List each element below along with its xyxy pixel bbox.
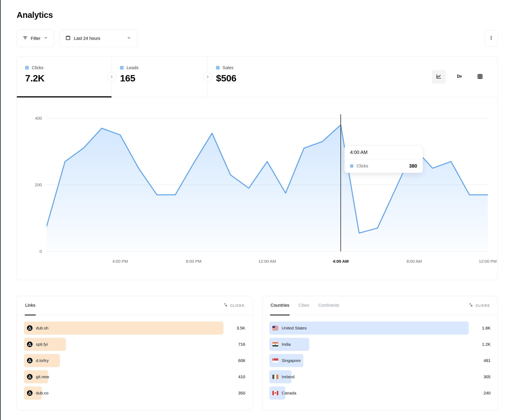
row-label: India <box>282 342 291 347</box>
chart-section: 0200400 4:00 AM Clicks 380 4:00 PM8:00 P… <box>17 97 498 280</box>
chart-tooltip: 4:00 AM Clicks 380 <box>344 145 423 173</box>
stat-value: 7.2K <box>25 73 112 84</box>
row-label: d.to/try <box>36 358 49 363</box>
links-metric-toggle[interactable]: CLICKS <box>224 303 244 308</box>
filter-icon <box>23 36 28 41</box>
row-label: Canada <box>282 391 296 395</box>
dub-logo-icon <box>27 390 32 396</box>
row-label: git.new <box>36 374 49 379</box>
filter-button-label: Filter <box>31 36 40 41</box>
countries-tab-continents[interactable]: Continents <box>318 296 340 315</box>
funnel-icon <box>456 73 462 80</box>
x-axis-tick: 12:00 AM <box>258 259 276 264</box>
row-value: 240 <box>484 391 491 395</box>
window-edge <box>0 0 1 420</box>
row-label: Singapore <box>282 358 301 363</box>
filter-button[interactable]: Filter <box>17 30 54 47</box>
row-label: dub.co <box>36 391 48 395</box>
flag-sg-icon <box>272 358 278 363</box>
country-row-ireland[interactable]: Ireland305 <box>269 370 491 383</box>
countries-panel-tabs: CountriesCitiesContinents <box>270 296 340 315</box>
stat-label: Sales <box>223 65 233 70</box>
dub-logo-icon <box>27 325 32 331</box>
row-label: dub.sh <box>36 326 48 330</box>
countries-tab-cities[interactable]: Cities <box>298 296 310 315</box>
link-row-dub-sh[interactable]: dub.sh3.5K <box>24 322 245 335</box>
next-tab-button[interactable] <box>203 72 212 81</box>
chevron-down-icon <box>127 36 131 41</box>
flag-ie-icon <box>272 375 278 379</box>
y-axis-tick: 0 <box>39 249 42 254</box>
toolbar: Filter Last 24 hours <box>17 30 498 47</box>
legend-chip <box>216 66 220 70</box>
x-axis-tick: 8:00 PM <box>186 259 201 264</box>
date-range-button[interactable]: Last 24 hours <box>59 30 137 47</box>
analytics-chart-card: Clicks7.2KLeads165Sales$506 <box>17 56 498 280</box>
y-axis-tick: 200 <box>35 182 42 187</box>
country-row-canada[interactable]: Canada240 <box>269 386 491 400</box>
stat-tab-leads[interactable]: Leads165 <box>112 57 208 97</box>
country-row-india[interactable]: India1.2K <box>269 338 491 351</box>
flag-ca-icon <box>272 391 278 395</box>
link-row-dub-co[interactable]: dub.co350 <box>24 386 245 400</box>
stat-tab-sales[interactable]: Sales$506 <box>208 57 304 97</box>
countries-list: United States1.8KIndia1.2KSingapore481Ir… <box>262 315 498 406</box>
countries-metric-label: CLICKS <box>476 304 490 308</box>
row-value: 350 <box>238 391 245 395</box>
country-row-singapore[interactable]: Singapore481 <box>269 354 491 367</box>
analytics-page: Analytics Filter Last 24 hou <box>0 0 508 411</box>
dub-logo-icon <box>27 358 32 363</box>
x-axis: 4:00 PM8:00 PM12:00 AM4:00 AM8:00 AM12:0… <box>47 259 488 267</box>
links-list: dub.sh3.5Kspti.fyi716d.to/try606git.new4… <box>17 315 252 406</box>
table-grid-icon <box>477 73 483 80</box>
stat-label: Clicks <box>32 65 44 70</box>
chart-canvas <box>47 109 488 251</box>
row-label: spti.fyi <box>36 342 48 347</box>
next-tab-button[interactable] <box>107 72 116 81</box>
tooltip-time: 4:00 AM <box>344 146 423 159</box>
more-menu-button[interactable] <box>484 30 498 47</box>
chart-view-switcher <box>432 70 486 83</box>
countries-tab-countries[interactable]: Countries <box>270 296 290 315</box>
cursor-click-icon <box>224 303 228 308</box>
row-value: 3.5K <box>237 326 245 330</box>
x-axis-tick: 4:00 PM <box>112 259 128 264</box>
row-label: Ireland <box>282 374 294 379</box>
line-chart-icon <box>436 73 442 80</box>
stat-tab-clicks[interactable]: Clicks7.2K <box>17 57 112 97</box>
calendar-icon <box>66 35 71 42</box>
table-view-button[interactable] <box>473 70 486 83</box>
stats-tabs: Clicks7.2KLeads165Sales$506 <box>17 57 498 97</box>
link-row-d-to-try[interactable]: d.to/try606 <box>24 354 245 367</box>
links-tab-links[interactable]: Links <box>25 296 36 315</box>
link-row-spti-fyi[interactable]: spti.fyi716 <box>24 338 245 351</box>
stat-value: $506 <box>216 73 304 84</box>
legend-chip <box>25 66 29 70</box>
y-axis-tick: 400 <box>35 116 42 121</box>
x-axis-tick: 8:00 AM <box>407 259 422 264</box>
dub-logo-icon <box>27 374 32 380</box>
countries-metric-toggle[interactable]: CLICKS <box>469 303 490 308</box>
chevron-down-icon <box>44 36 48 41</box>
links-panel: Links CLICKS dub.sh3.5Kspti.fyi716d.to/t… <box>17 296 253 411</box>
breakdown-panels: Links CLICKS dub.sh3.5Kspti.fyi716d.to/t… <box>17 296 498 411</box>
row-label: United States <box>282 326 307 330</box>
legend-chip <box>120 66 124 70</box>
flag-us-icon <box>272 326 278 330</box>
funnel-chart-view-button[interactable] <box>453 70 466 83</box>
row-value: 1.2K <box>482 342 491 347</box>
links-panel-tabs: Links <box>25 296 36 315</box>
countries-panel: CountriesCitiesContinents CLICKS United … <box>262 296 498 411</box>
clicks-legend-chip <box>350 164 353 168</box>
link-row-git-new[interactable]: git.new410 <box>24 370 245 383</box>
y-axis: 0200400 <box>17 109 47 251</box>
value-bar <box>24 322 223 335</box>
stat-value: 165 <box>120 73 208 84</box>
kebab-icon <box>489 35 494 42</box>
clicks-area-chart[interactable]: 4:00 AM Clicks 380 <box>47 109 488 251</box>
line-chart-view-button[interactable] <box>432 70 445 83</box>
flag-in-icon <box>272 342 278 347</box>
cursor-click-icon <box>469 303 474 308</box>
date-range-label: Last 24 hours <box>74 36 100 41</box>
country-row-united-states[interactable]: United States1.8K <box>269 322 491 335</box>
